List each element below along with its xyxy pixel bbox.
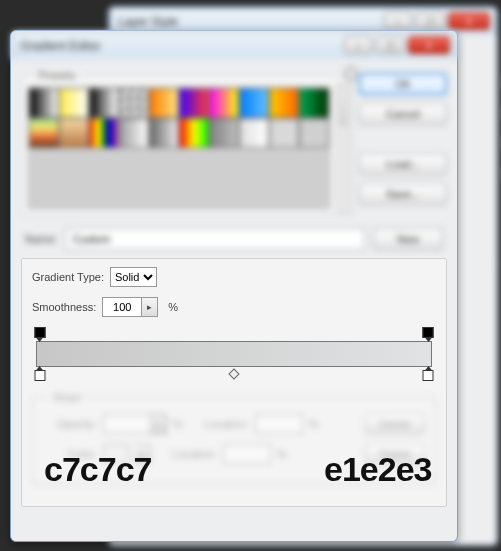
preset-swatch[interactable]: [269, 88, 299, 118]
gradient-type-fieldset: Gradient Type: Solid Smoothness: ▸ %: [21, 258, 447, 507]
minimize-button[interactable]: –: [384, 12, 412, 30]
percent-sign: %: [309, 418, 319, 430]
name-row: Name: New: [21, 226, 447, 258]
name-input[interactable]: [65, 228, 365, 250]
color-stop-left[interactable]: [34, 370, 45, 381]
preset-swatch[interactable]: [149, 118, 179, 148]
preset-swatch[interactable]: [89, 88, 119, 118]
load-button[interactable]: Load...: [359, 153, 447, 175]
save-button[interactable]: Save...: [359, 183, 447, 205]
smoothness-label: Smoothness:: [32, 301, 96, 313]
opacity-input[interactable]: [103, 414, 151, 434]
preset-swatch[interactable]: [239, 118, 269, 148]
gear-icon[interactable]: [344, 67, 358, 81]
stops-label: Stops: [49, 391, 85, 403]
maximize-button[interactable]: ▢: [376, 36, 404, 54]
gradient-editor-titlebar[interactable]: Gradient Editor – ▢ ✕: [11, 31, 457, 59]
opacity-location-input[interactable]: [255, 414, 303, 434]
color-location-input[interactable]: [223, 444, 271, 464]
opacity-stop[interactable]: [34, 327, 45, 338]
gradient-type-select[interactable]: Solid: [110, 267, 157, 287]
maximize-button[interactable]: ▢: [416, 12, 444, 30]
preset-swatch[interactable]: [299, 118, 329, 148]
preset-swatch[interactable]: [179, 118, 209, 148]
close-button[interactable]: ✕: [408, 36, 450, 54]
preset-swatch[interactable]: [239, 88, 269, 118]
smoothness-stepper[interactable]: ▸: [142, 297, 158, 317]
preset-swatch[interactable]: [149, 88, 179, 118]
preset-swatch[interactable]: [209, 88, 239, 118]
opacity-stepper[interactable]: ▸: [151, 414, 167, 434]
dialog-side-buttons: OK Cancel Load... Save...: [359, 69, 447, 226]
preset-swatch[interactable]: [119, 88, 149, 118]
smoothness-input[interactable]: [102, 297, 142, 317]
opacity-stop[interactable]: [423, 327, 434, 338]
delete-color-stop-button[interactable]: Delete: [365, 443, 425, 465]
gradient-type-label: Gradient Type:: [32, 271, 104, 283]
preset-swatch[interactable]: [179, 88, 209, 118]
percent-sign: %: [277, 448, 287, 460]
midpoint-handle[interactable]: [228, 368, 239, 379]
preset-swatch[interactable]: [89, 118, 119, 148]
location-label: Location:: [189, 418, 249, 430]
opacity-label: Opacity:: [43, 418, 97, 430]
preset-swatch[interactable]: [119, 118, 149, 148]
preset-swatch[interactable]: [59, 88, 89, 118]
preset-swatch[interactable]: [269, 118, 299, 148]
preset-swatch[interactable]: [299, 88, 329, 118]
cancel-button[interactable]: Cancel: [359, 103, 447, 125]
gradient-editor-strip: [36, 327, 432, 381]
location-label: Location:: [157, 448, 217, 460]
new-button[interactable]: New: [373, 228, 443, 250]
delete-opacity-stop-button[interactable]: Delete: [365, 413, 425, 435]
color-swatch[interactable]: [103, 444, 129, 464]
color-picker-button[interactable]: ▸: [135, 444, 151, 464]
gradient-bar[interactable]: [36, 341, 432, 367]
preset-swatch[interactable]: [29, 88, 59, 118]
percent-sign: %: [168, 301, 178, 313]
color-stop-right[interactable]: [423, 370, 434, 381]
presets-fieldset: Presets: [21, 69, 353, 216]
ok-button[interactable]: OK: [359, 73, 447, 95]
name-label: Name:: [25, 233, 57, 245]
minimize-button[interactable]: –: [344, 36, 372, 54]
color-label: Color:: [43, 448, 97, 460]
percent-sign: %: [173, 418, 183, 430]
preset-swatch[interactable]: [209, 118, 239, 148]
gradient-editor-window: Gradient Editor – ▢ ✕ Presets: [10, 30, 458, 542]
preset-swatch[interactable]: [29, 118, 59, 148]
preset-swatch[interactable]: [59, 118, 89, 148]
presets-label: Presets: [34, 69, 79, 81]
close-button[interactable]: ✕: [448, 12, 490, 30]
presets-grid[interactable]: [28, 87, 330, 209]
stops-fieldset: Stops Opacity: ▸ % Location: % Delete Co…: [32, 391, 436, 484]
